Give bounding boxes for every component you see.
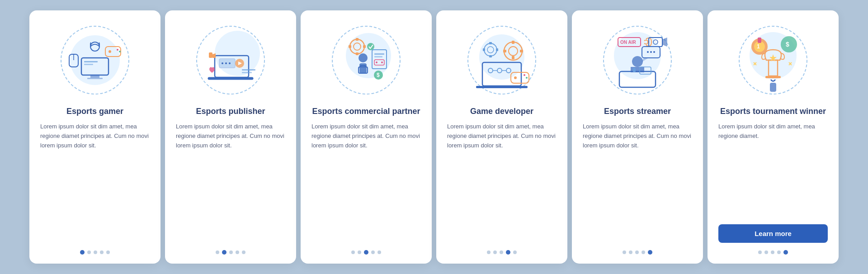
dot bbox=[764, 250, 768, 254]
card-esports-commercial-partner: $ Esports commercial partner Lorem ipsum… bbox=[301, 10, 432, 264]
dot-active bbox=[783, 250, 788, 255]
learn-more-button[interactable]: Learn more bbox=[718, 224, 828, 243]
svg-point-28 bbox=[346, 33, 391, 78]
svg-rect-68 bbox=[489, 42, 492, 44]
svg-rect-36 bbox=[359, 63, 367, 73]
card-title-publisher: Esports publisher bbox=[196, 106, 265, 117]
svg-rect-32 bbox=[356, 52, 359, 55]
card-title-developer: Game developer bbox=[470, 106, 533, 117]
svg-point-10 bbox=[119, 51, 121, 52]
dots-commercial bbox=[351, 250, 381, 255]
dot bbox=[777, 250, 781, 254]
dot bbox=[377, 250, 381, 254]
dot bbox=[229, 250, 233, 254]
svg-text:$: $ bbox=[377, 72, 380, 78]
svg-rect-5 bbox=[84, 61, 98, 62]
svg-rect-33 bbox=[349, 45, 351, 48]
svg-rect-84 bbox=[633, 68, 636, 72]
card-illustration-winner: 1 $ bbox=[732, 19, 814, 101]
dot-active bbox=[506, 250, 510, 255]
dot bbox=[351, 250, 355, 254]
svg-rect-60 bbox=[503, 50, 506, 52]
svg-rect-58 bbox=[512, 41, 514, 44]
card-body-publisher: Lorem ipsum dolor sit dim amet, mea regi… bbox=[176, 122, 285, 243]
svg-rect-3 bbox=[90, 75, 99, 78]
svg-point-78 bbox=[647, 51, 649, 53]
svg-point-63 bbox=[514, 76, 517, 79]
svg-point-9 bbox=[117, 49, 118, 51]
svg-point-19 bbox=[222, 62, 223, 64]
card-game-developer: Game developer Lorem ipsum dolor sit dim… bbox=[436, 10, 567, 264]
svg-point-8 bbox=[108, 50, 111, 53]
dot bbox=[487, 250, 491, 254]
dot-active bbox=[80, 250, 85, 255]
svg-rect-31 bbox=[356, 38, 359, 41]
dot bbox=[771, 250, 774, 254]
dot bbox=[94, 250, 97, 254]
dot bbox=[106, 250, 110, 254]
svg-rect-83 bbox=[631, 67, 644, 72]
svg-rect-71 bbox=[496, 48, 498, 51]
dots-streamer bbox=[623, 250, 652, 255]
dot bbox=[635, 250, 639, 254]
svg-rect-25 bbox=[242, 69, 255, 71]
dot bbox=[500, 250, 503, 254]
card-esports-streamer: ON AIR bbox=[572, 10, 703, 264]
dots-publisher bbox=[216, 250, 245, 255]
svg-rect-24 bbox=[209, 52, 212, 58]
dot bbox=[242, 250, 245, 254]
card-illustration-streamer: ON AIR bbox=[597, 19, 678, 101]
dot bbox=[623, 250, 626, 254]
dot bbox=[236, 250, 239, 254]
dot-active bbox=[222, 250, 226, 255]
svg-rect-94 bbox=[758, 38, 761, 43]
card-esports-tournament-winner: 1 $ bbox=[708, 10, 839, 264]
card-body-developer: Lorem ipsum dolor sit dim amet, mea regi… bbox=[447, 122, 557, 243]
svg-text:ON AIR: ON AIR bbox=[620, 40, 636, 45]
svg-rect-61 bbox=[520, 50, 523, 52]
dot-active bbox=[648, 250, 652, 255]
svg-rect-4 bbox=[87, 78, 103, 79]
dots-gamer bbox=[80, 250, 110, 255]
svg-text:1: 1 bbox=[757, 43, 760, 50]
svg-point-65 bbox=[526, 77, 528, 79]
svg-rect-59 bbox=[512, 56, 514, 59]
svg-point-46 bbox=[367, 43, 374, 50]
card-title-commercial: Esports commercial partner bbox=[312, 106, 420, 117]
svg-point-43 bbox=[381, 61, 383, 63]
svg-marker-87 bbox=[662, 38, 667, 46]
card-illustration-developer bbox=[461, 19, 542, 101]
svg-rect-50 bbox=[476, 86, 528, 88]
dot bbox=[642, 250, 645, 254]
card-title-streamer: Esports streamer bbox=[604, 106, 671, 117]
svg-rect-40 bbox=[374, 56, 382, 57]
svg-point-21 bbox=[229, 62, 231, 64]
svg-rect-99 bbox=[770, 83, 776, 92]
dot bbox=[493, 250, 497, 254]
dot bbox=[358, 250, 361, 254]
dots-winner bbox=[758, 250, 788, 255]
dot bbox=[371, 250, 375, 254]
svg-point-64 bbox=[524, 74, 525, 76]
card-illustration-commercial: $ bbox=[326, 19, 407, 101]
svg-rect-34 bbox=[363, 45, 366, 48]
svg-rect-97 bbox=[765, 76, 781, 78]
svg-rect-39 bbox=[374, 53, 384, 55]
dot bbox=[100, 250, 104, 254]
svg-rect-6 bbox=[84, 64, 93, 65]
dot bbox=[513, 250, 517, 254]
dot bbox=[216, 250, 219, 254]
svg-rect-69 bbox=[489, 55, 492, 57]
svg-rect-70 bbox=[483, 48, 485, 51]
svg-text:$: $ bbox=[786, 41, 789, 48]
card-body-gamer: Lorem ipsum dolor sit dim amet, mea regi… bbox=[40, 122, 150, 243]
svg-rect-17 bbox=[208, 77, 253, 80]
svg-point-35 bbox=[359, 53, 368, 62]
card-title-gamer: Esports gamer bbox=[66, 106, 123, 117]
card-esports-publisher: Esports publisher Lorem ipsum dolor sit … bbox=[165, 10, 296, 264]
dot bbox=[629, 250, 632, 254]
dot-active bbox=[364, 250, 368, 255]
card-title-winner: Esports tournament winner bbox=[720, 106, 826, 117]
svg-point-20 bbox=[225, 62, 227, 64]
card-illustration-gamer bbox=[54, 19, 136, 101]
